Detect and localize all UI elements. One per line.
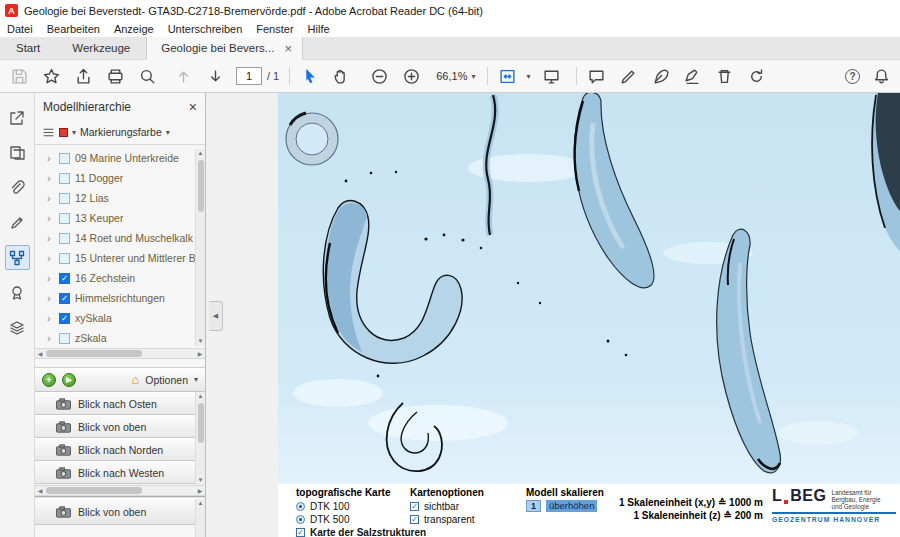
save-icon[interactable] bbox=[6, 64, 32, 89]
menu-datei[interactable]: Datei bbox=[0, 23, 40, 35]
select-tool-icon[interactable] bbox=[296, 64, 322, 89]
layers-icon[interactable] bbox=[5, 315, 30, 340]
expand-chevron-icon[interactable]: › bbox=[47, 193, 54, 204]
zoom-level-control[interactable]: 66,1% ▾ bbox=[436, 70, 475, 82]
tree-item-zskala[interactable]: › zSkala bbox=[35, 328, 205, 348]
tree-item-lias[interactable]: › 12 Lias bbox=[35, 188, 205, 208]
read-mode-icon[interactable] bbox=[538, 64, 564, 89]
dtk500-radio[interactable] bbox=[296, 515, 305, 524]
layer-checkbox[interactable] bbox=[59, 213, 70, 224]
play-view-button[interactable]: ▶ bbox=[62, 373, 76, 387]
menu-hilfe[interactable]: Hilfe bbox=[301, 23, 337, 35]
tree-item-dogger[interactable]: › 11 Dogger bbox=[35, 168, 205, 188]
scroll-down-icon[interactable]: ▼ bbox=[198, 476, 204, 485]
panel-collapse-handle[interactable]: ◀ bbox=[209, 301, 223, 331]
export-pdf-icon[interactable] bbox=[5, 105, 30, 130]
view-item-blick-von-oben[interactable]: Blick von oben bbox=[35, 415, 195, 438]
tree-item-himmelsrichtungen[interactable]: › ✓ Himmelsrichtungen bbox=[35, 288, 205, 308]
print-icon[interactable] bbox=[102, 64, 128, 89]
chevron-down-icon[interactable]: ▾ bbox=[194, 375, 198, 384]
scrollbar-thumb[interactable] bbox=[198, 160, 204, 212]
delete-icon[interactable] bbox=[711, 64, 737, 89]
page-number-input[interactable]: 1 bbox=[236, 67, 262, 85]
signature-pen-icon[interactable] bbox=[5, 210, 30, 235]
current-view-scrollbar[interactable]: ▲ bbox=[195, 499, 205, 537]
layer-checkbox[interactable]: ✓ bbox=[59, 293, 70, 304]
tree-item-marine-unterkreide[interactable]: › 09 Marine Unterkreide bbox=[35, 148, 205, 168]
layer-checkbox[interactable]: ✓ bbox=[59, 313, 70, 324]
tab-document[interactable]: Geologie bei Bevers... × bbox=[146, 37, 303, 60]
expand-chevron-icon[interactable]: › bbox=[47, 333, 54, 344]
zoom-out-icon[interactable] bbox=[366, 64, 392, 89]
menu-fenster[interactable]: Fenster bbox=[249, 23, 300, 35]
tree-vertical-scrollbar[interactable]: ▲ ▼ bbox=[195, 149, 205, 346]
expand-chevron-icon[interactable]: › bbox=[47, 213, 54, 224]
menu-bearbeiten[interactable]: Bearbeiten bbox=[40, 23, 107, 35]
rotate-icon[interactable] bbox=[743, 64, 769, 89]
scroll-left-icon[interactable]: ◀ bbox=[35, 487, 45, 494]
visible-checkbox[interactable]: ✓ bbox=[410, 502, 419, 511]
scroll-right-icon[interactable]: ▶ bbox=[195, 487, 205, 494]
comment-icon[interactable] bbox=[583, 64, 609, 89]
tree-item-xyskala[interactable]: › ✓ xySkala bbox=[35, 308, 205, 328]
layer-checkbox[interactable] bbox=[59, 233, 70, 244]
expand-chevron-icon[interactable]: › bbox=[47, 253, 54, 264]
geology-3d-map[interactable] bbox=[278, 93, 900, 484]
scale-value-input[interactable]: 1 bbox=[526, 500, 541, 512]
menu-unterschreiben[interactable]: Unterschreiben bbox=[161, 23, 250, 35]
share-icon[interactable] bbox=[70, 64, 96, 89]
dtk100-radio[interactable] bbox=[296, 502, 305, 511]
expand-chevron-icon[interactable]: › bbox=[47, 293, 54, 304]
salt-map-checkbox[interactable]: ✓ bbox=[296, 528, 305, 537]
expand-chevron-icon[interactable]: › bbox=[47, 313, 54, 324]
attachment-paperclip-icon[interactable] bbox=[5, 175, 30, 200]
tab-close-icon[interactable]: × bbox=[284, 42, 292, 55]
tab-werkzeuge[interactable]: Werkzeuge bbox=[56, 37, 146, 59]
tree-item-buntsandstein[interactable]: › 15 Unterer und Mittlerer Bun bbox=[35, 248, 205, 268]
views-vertical-scrollbar[interactable]: ▲ ▼ bbox=[195, 392, 205, 485]
hand-tool-icon[interactable] bbox=[328, 64, 354, 89]
layer-checkbox[interactable] bbox=[59, 153, 70, 164]
zoom-in-icon[interactable] bbox=[398, 64, 424, 89]
page-display-icon[interactable] bbox=[494, 64, 520, 89]
layer-checkbox[interactable] bbox=[59, 253, 70, 264]
view-item-blick-nach-osten[interactable]: Blick nach Osten bbox=[35, 392, 195, 415]
chevron-down-icon[interactable]: ▾ bbox=[72, 128, 76, 137]
add-view-button[interactable]: + bbox=[42, 373, 56, 387]
certificate-badge-icon[interactable] bbox=[5, 280, 30, 305]
home-view-icon[interactable]: ⌂ bbox=[132, 373, 140, 386]
organize-pages-icon[interactable] bbox=[5, 140, 30, 165]
panel-close-icon[interactable]: × bbox=[189, 99, 197, 115]
scrollbar-thumb[interactable] bbox=[46, 487, 142, 494]
help-icon[interactable]: ? bbox=[845, 69, 860, 84]
menu-anzeige[interactable]: Anzeige bbox=[107, 23, 161, 35]
search-icon[interactable] bbox=[134, 64, 160, 89]
tab-start[interactable]: Start bbox=[0, 37, 56, 59]
sign-quill-icon[interactable] bbox=[647, 64, 673, 89]
options-menu-label[interactable]: Optionen bbox=[145, 374, 188, 386]
notifications-bell-icon[interactable] bbox=[868, 64, 894, 89]
star-icon[interactable] bbox=[38, 64, 64, 89]
scroll-left-icon[interactable]: ◀ bbox=[35, 350, 45, 357]
views-horizontal-scrollbar[interactable]: ◀ ▶ bbox=[35, 485, 205, 496]
previous-page-icon[interactable] bbox=[170, 64, 196, 89]
scroll-right-icon[interactable]: ▶ bbox=[195, 350, 205, 357]
expand-chevron-icon[interactable]: › bbox=[47, 173, 54, 184]
transparent-checkbox[interactable]: ✓ bbox=[410, 515, 419, 524]
scroll-up-icon[interactable]: ▲ bbox=[198, 392, 204, 401]
view-item-blick-nach-westen[interactable]: Blick nach Westen bbox=[35, 461, 195, 484]
current-view-item[interactable]: Blick von oben bbox=[35, 499, 195, 525]
tree-horizontal-scrollbar[interactable]: ◀ ▶ bbox=[35, 348, 205, 359]
chevron-down-icon[interactable]: ▾ bbox=[166, 128, 170, 137]
layer-checkbox[interactable] bbox=[59, 173, 70, 184]
view-item-blick-nach-norden[interactable]: Blick nach Norden bbox=[35, 438, 195, 461]
tree-item-zechstein[interactable]: › ✓ 16 Zechstein bbox=[35, 268, 205, 288]
marker-color-swatch[interactable] bbox=[59, 128, 68, 137]
scroll-up-icon[interactable]: ▲ bbox=[198, 499, 204, 508]
fill-sign-icon[interactable] bbox=[679, 64, 705, 89]
layer-checkbox[interactable] bbox=[59, 333, 70, 344]
exaggerate-button[interactable]: überhöhen bbox=[546, 500, 597, 512]
model-tree-icon[interactable] bbox=[5, 245, 30, 270]
scroll-down-icon[interactable]: ▼ bbox=[198, 337, 204, 346]
scroll-up-icon[interactable]: ▲ bbox=[198, 149, 204, 158]
